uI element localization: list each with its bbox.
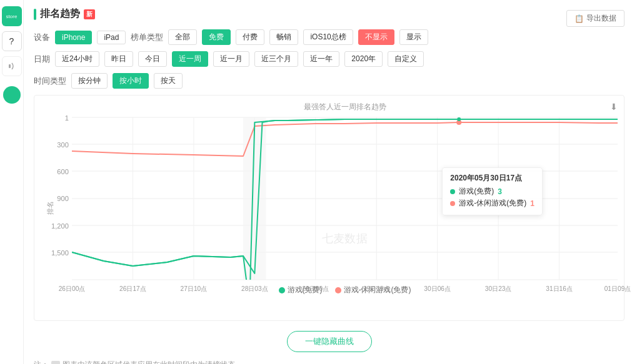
chart-container: 最强答人近一周排名趋势 ⬇ 排名 1 300 600: [34, 95, 624, 321]
date-label: 日期: [34, 54, 50, 65]
note-box-icon: [51, 361, 60, 365]
btn-by-day[interactable]: 按天: [154, 73, 183, 89]
btn-year[interactable]: 近一年: [303, 51, 339, 67]
svg-text:七麦数据: 七麦数据: [322, 232, 368, 245]
y-axis-label: 排名: [46, 201, 55, 215]
note-area: 注： 图表中该颜色区域代表应用在此时间段内为清榜状态。: [34, 360, 624, 364]
btn-24h[interactable]: 近24小时: [55, 51, 99, 67]
legend-dot-2: [335, 287, 341, 293]
sidebar-icon-green-circle: [3, 86, 21, 104]
hide-curve-button[interactable]: 一键隐藏曲线: [287, 331, 372, 352]
btn-month[interactable]: 近一月: [213, 51, 249, 67]
export-label: 导出数据: [586, 13, 616, 24]
header-row: 排名趋势 新 📋 导出数据: [34, 7, 624, 29]
download-icon[interactable]: ⬇: [610, 102, 618, 112]
section-title: 排名趋势 新: [34, 7, 95, 21]
new-badge: 新: [84, 9, 95, 19]
svg-text:1,200: 1,200: [51, 222, 69, 230]
btn-hide[interactable]: 不显示: [358, 29, 394, 45]
btn-yesterday[interactable]: 昨日: [104, 51, 133, 67]
chart-title: 最强答人近一周排名趋势: [72, 102, 618, 112]
svg-text:900: 900: [57, 195, 69, 202]
btn-iphone[interactable]: iPhone: [55, 31, 92, 44]
sidebar-icon-audio: [2, 56, 22, 76]
btn-2020[interactable]: 2020年: [344, 51, 383, 67]
legend-area: 游戏(免费) 游戏-休闲游戏(免费): [72, 285, 618, 295]
time-type-filter-row: 时间类型 按分钟 按小时 按天: [34, 73, 624, 89]
sidebar-icon-store: store: [2, 6, 22, 26]
page-container: store ? 排名趋势 新 📋 导出数据 设备 iPhone iPad 榜: [0, 0, 637, 364]
device-filter-row: 设备 iPhone iPad 榜单类型 全部 免费 付费 畅销 iOS10总榜 …: [34, 29, 624, 45]
svg-text:26日00点: 26日00点: [59, 285, 86, 292]
btn-by-minute[interactable]: 按分钟: [71, 73, 108, 89]
sidebar-icon-question: ?: [2, 31, 22, 51]
btn-bestsell[interactable]: 畅销: [269, 29, 298, 45]
chart-svg: 1 300 600 900 1,200 1,500 26日00点 26日17点 …: [72, 117, 618, 280]
left-sidebar: store ?: [0, 0, 24, 364]
note-text: 图表中该颜色区域代表应用在此时间段内为清榜状态。: [63, 360, 243, 364]
btn-week[interactable]: 近一周: [172, 51, 208, 67]
btn-ios10[interactable]: iOS10总榜: [303, 29, 353, 45]
btn-all[interactable]: 全部: [168, 29, 197, 45]
svg-text:1,500: 1,500: [51, 249, 69, 257]
svg-text:27日10点: 27日10点: [181, 285, 208, 292]
svg-text:600: 600: [57, 168, 69, 175]
chart-area: 1 300 600 900 1,200 1,500 26日00点 26日17点 …: [72, 117, 618, 280]
svg-text:28日20点: 28日20点: [302, 285, 329, 292]
export-button[interactable]: 📋 导出数据: [566, 10, 624, 27]
btn-free[interactable]: 免费: [202, 29, 231, 45]
btn-by-hour[interactable]: 按小时: [113, 73, 149, 89]
time-type-label: 时间类型: [34, 76, 66, 87]
legend-dot-1: [279, 287, 285, 293]
svg-text:28日03点: 28日03点: [241, 285, 268, 292]
btn-show[interactable]: 显示: [399, 29, 428, 45]
svg-text:300: 300: [57, 141, 69, 149]
svg-text:1: 1: [65, 114, 69, 122]
device-label: 设备: [34, 32, 50, 43]
btn-today[interactable]: 今日: [138, 51, 167, 67]
svg-text:29日13点: 29日13点: [363, 285, 390, 292]
svg-text:31日16点: 31日16点: [546, 285, 573, 292]
svg-text:30日23点: 30日23点: [485, 285, 512, 292]
export-icon: 📋: [574, 14, 584, 23]
title-bar: [34, 9, 36, 20]
svg-text:01日09点: 01日09点: [604, 285, 631, 292]
svg-text:30日06点: 30日06点: [424, 285, 451, 292]
note-prefix: 注：: [34, 360, 49, 364]
btn-custom[interactable]: 自定义: [388, 51, 424, 67]
main-content: 排名趋势 新 📋 导出数据 设备 iPhone iPad 榜单类型 全部 免费 …: [24, 0, 637, 364]
svg-text:26日17点: 26日17点: [119, 285, 146, 292]
chart-type-label: 榜单类型: [131, 32, 163, 43]
page-title: 排名趋势: [40, 7, 80, 21]
date-filter-row: 日期 近24小时 昨日 今日 近一周 近一月 近三个月 近一年 2020年 自定…: [34, 51, 624, 67]
btn-paid[interactable]: 付费: [236, 29, 264, 45]
svg-rect-0: [9, 64, 11, 68]
btn-3month[interactable]: 近三个月: [254, 51, 298, 67]
btn-ipad[interactable]: iPad: [97, 31, 126, 44]
